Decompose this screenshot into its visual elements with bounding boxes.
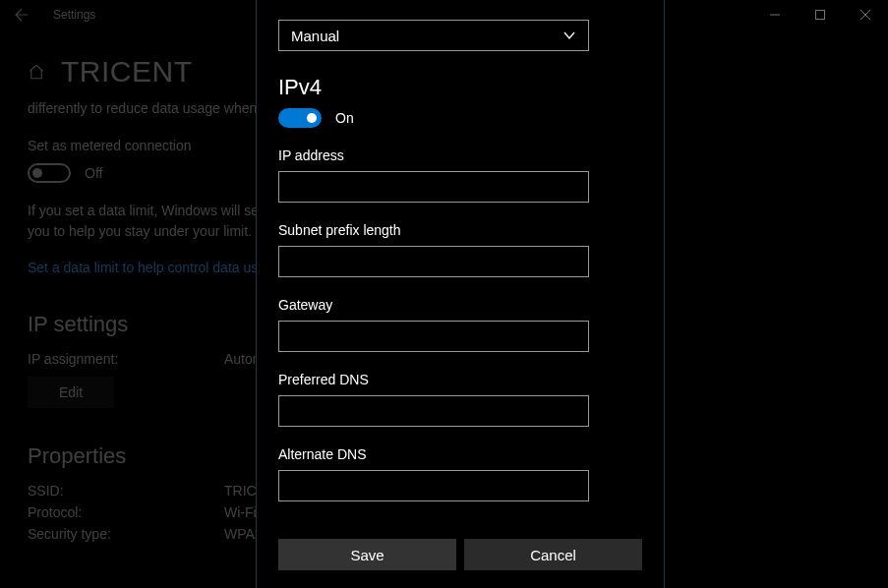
ip-settings-dialog: Manual IPv4 On IP address Subnet prefix … bbox=[256, 0, 665, 588]
ipv4-state: On bbox=[335, 110, 354, 126]
ip-mode-dropdown[interactable]: Manual bbox=[278, 20, 589, 51]
preferred-dns-input[interactable] bbox=[278, 395, 589, 427]
alternate-dns-label: Alternate DNS bbox=[278, 446, 642, 462]
ip-address-label: IP address bbox=[278, 147, 642, 163]
ip-mode-selected: Manual bbox=[291, 28, 339, 44]
cancel-button[interactable]: Cancel bbox=[464, 539, 642, 570]
save-button[interactable]: Save bbox=[278, 539, 456, 570]
save-button-label: Save bbox=[350, 547, 384, 563]
alternate-dns-input[interactable] bbox=[278, 470, 589, 501]
ip-address-input[interactable] bbox=[278, 171, 589, 203]
chevron-down-icon bbox=[562, 29, 576, 42]
subnet-prefix-label: Subnet prefix length bbox=[278, 222, 642, 238]
ipv4-heading: IPv4 bbox=[278, 75, 642, 100]
cancel-button-label: Cancel bbox=[530, 547, 576, 563]
toggle-knob bbox=[307, 113, 317, 123]
subnet-prefix-input[interactable] bbox=[278, 246, 589, 277]
gateway-input[interactable] bbox=[278, 321, 589, 352]
preferred-dns-label: Preferred DNS bbox=[278, 372, 642, 387]
gateway-label: Gateway bbox=[278, 297, 642, 313]
ipv4-toggle[interactable] bbox=[278, 108, 322, 128]
